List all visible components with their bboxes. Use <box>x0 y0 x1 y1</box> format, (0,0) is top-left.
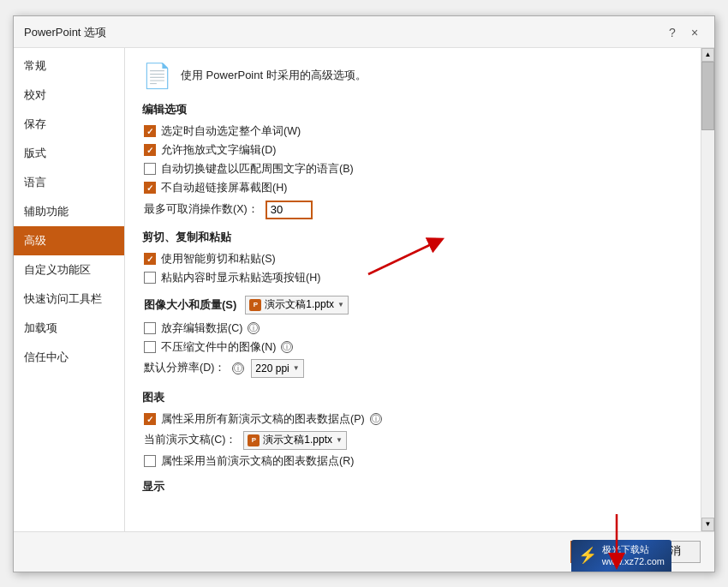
dialog-body: 常规 校对 保存 版式 语言 辅助功能 高级 自定义功能区 快速访问工具栏 加载… <box>14 48 714 531</box>
sidebar: 常规 校对 保存 版式 语言 辅助功能 高级 自定义功能区 快速访问工具栏 加载… <box>14 48 125 531</box>
scrollbar[interactable]: ▲ ▼ <box>701 48 714 531</box>
label-autoselect: 选定时自动选定整个单词(W) <box>161 124 301 139</box>
dialog-window: PowerPoint 选项 ? × 常规 校对 保存 版式 语言 辅助功能 高级… <box>13 15 715 572</box>
watermark-badge: ⚡ 极光下载站 www.xz72.com <box>571 540 671 572</box>
checkbox-allchartdata[interactable] <box>144 413 156 425</box>
help-button[interactable]: ? <box>663 23 682 42</box>
resolution-dropdown-arrow-icon: ▼ <box>293 364 300 372</box>
title-buttons: ? × <box>663 23 704 42</box>
option-smartpaste: 使用智能剪切和粘贴(S) <box>142 252 683 267</box>
image-size-row: 图像大小和质量(S) P 演示文稿1.pptx ▼ <box>142 296 683 314</box>
sidebar-item-proofing[interactable]: 校对 <box>14 81 124 110</box>
image-file-label: 演示文稿1.pptx <box>265 297 334 312</box>
label-currentchartdata: 属性采用当前演示文稿的图表数据点(R) <box>161 454 354 469</box>
resolution-dropdown[interactable]: 220 ppi ▼ <box>251 359 303 378</box>
checkbox-discard[interactable] <box>144 322 156 334</box>
label-compress: 不压缩文件中的图像(N) <box>161 340 276 355</box>
document-icon: 📄 <box>142 62 172 90</box>
undo-row: 最多可取消操作数(X)： <box>142 201 683 219</box>
option-autolang: 自动切换键盘以匹配周围文字的语言(B) <box>142 162 683 177</box>
option-allchartdata: 属性采用所有新演示文稿的图表数据点(P) ⓘ <box>142 412 683 427</box>
sidebar-item-style[interactable]: 版式 <box>14 139 124 168</box>
sidebar-item-save[interactable]: 保存 <box>14 110 124 139</box>
label-showbtn: 粘贴内容时显示粘贴选项按钮(H) <box>161 271 320 285</box>
label-dragdrop: 允许拖放式文字编辑(D) <box>161 143 276 158</box>
resolution-value: 220 ppi <box>255 362 289 374</box>
checkbox-autoselect[interactable] <box>144 125 156 137</box>
dialog-title: PowerPoint 选项 <box>24 25 106 40</box>
display-section-title: 显示 <box>142 479 683 494</box>
option-compress: 不压缩文件中的图像(N) ⓘ <box>142 340 683 355</box>
image-size-title: 图像大小和质量(S) <box>144 297 236 313</box>
chart-file-label: 演示文稿1.pptx <box>263 433 332 447</box>
label-smartpaste: 使用智能剪切和粘贴(S) <box>161 252 276 267</box>
watermark-text: 极光下载站 www.xz72.com <box>602 543 665 568</box>
option-currentchartdata: 属性采用当前演示文稿的图表数据点(R) <box>142 454 683 469</box>
sidebar-item-addins[interactable]: 加载项 <box>14 314 124 343</box>
resolution-label: 默认分辨率(D)： <box>144 361 225 375</box>
info-icon-resolution[interactable]: ⓘ <box>232 362 244 374</box>
checkbox-dragdrop[interactable] <box>144 144 156 156</box>
watermark-line1: 极光下载站 <box>602 543 665 555</box>
undo-label: 最多可取消操作数(X)： <box>144 202 259 217</box>
header-row: 📄 使用 PowerPoint 时采用的高级选项。 <box>142 62 683 90</box>
checkbox-nohyper[interactable] <box>144 182 156 194</box>
resolution-row: 默认分辨率(D)： ⓘ 220 ppi ▼ <box>142 359 683 378</box>
sidebar-item-trustcenter[interactable]: 信任中心 <box>14 343 124 372</box>
chart-section-title: 图表 <box>142 390 683 405</box>
checkbox-compress[interactable] <box>144 341 156 353</box>
label-discard: 放弃编辑数据(C) <box>161 321 242 336</box>
header-description: 使用 PowerPoint 时采用的高级选项。 <box>181 68 367 83</box>
sidebar-item-advanced[interactable]: 高级 <box>14 226 124 255</box>
scroll-down-button[interactable]: ▼ <box>701 518 714 531</box>
image-file-dropdown[interactable]: P 演示文稿1.pptx ▼ <box>245 296 349 314</box>
option-discard: 放弃编辑数据(C) ⓘ <box>142 321 683 336</box>
title-bar: PowerPoint 选项 ? × <box>14 16 714 48</box>
scroll-thumb[interactable] <box>701 62 714 130</box>
label-autolang: 自动切换键盘以匹配周围文字的语言(B) <box>161 162 354 177</box>
info-icon-discard[interactable]: ⓘ <box>248 322 260 334</box>
watermark-line2: www.xz72.com <box>602 555 665 567</box>
option-autoselect: 选定时自动选定整个单词(W) <box>142 124 683 139</box>
chart-file-dropdown[interactable]: P 演示文稿1.pptx ▼ <box>243 431 347 450</box>
checkbox-autolang[interactable] <box>144 163 156 175</box>
label-nohyper: 不自动超链接屏幕截图(H) <box>161 181 287 195</box>
chart-current-label: 当前演示文稿(C)： <box>144 433 236 447</box>
label-allchartdata: 属性采用所有新演示文稿的图表数据点(P) <box>161 412 365 427</box>
clipboard-section-title: 剪切、复制和粘贴 <box>142 230 683 245</box>
dialog-footer: ⚡ 极光下载站 www.xz72.com 确定 取消 <box>14 531 714 572</box>
sidebar-item-quickaccess[interactable]: 快速访问工具栏 <box>14 285 124 314</box>
scroll-track[interactable] <box>701 62 714 518</box>
sidebar-item-language[interactable]: 语言 <box>14 168 124 197</box>
chart-current-row: 当前演示文稿(C)： P 演示文稿1.pptx ▼ <box>142 431 683 450</box>
editing-section-title: 编辑选项 <box>142 102 683 117</box>
option-nohyper: 不自动超链接屏幕截图(H) <box>142 181 683 195</box>
ppt-icon: P <box>249 299 261 311</box>
watermark-icon: ⚡ <box>578 546 597 565</box>
info-icon-chart[interactable]: ⓘ <box>370 413 382 425</box>
scroll-up-button[interactable]: ▲ <box>701 48 714 62</box>
checkbox-showbtn[interactable] <box>144 272 156 284</box>
option-showbtn: 粘贴内容时显示粘贴选项按钮(H) <box>142 271 683 285</box>
chart-ppt-icon: P <box>248 434 260 446</box>
dropdown-arrow-icon: ▼ <box>337 301 344 308</box>
main-content: 📄 使用 PowerPoint 时采用的高级选项。 编辑选项 选定时自动选定整个… <box>125 48 701 531</box>
option-dragdrop: 允许拖放式文字编辑(D) <box>142 143 683 158</box>
checkbox-currentchartdata[interactable] <box>144 455 156 467</box>
close-button[interactable]: × <box>685 23 704 42</box>
undo-input[interactable] <box>266 201 313 219</box>
sidebar-item-general[interactable]: 常规 <box>14 51 124 81</box>
chart-dropdown-arrow-icon: ▼ <box>336 436 343 444</box>
sidebar-item-accessibility[interactable]: 辅助功能 <box>14 197 124 226</box>
sidebar-item-customize[interactable]: 自定义功能区 <box>14 255 124 285</box>
info-icon-compress[interactable]: ⓘ <box>281 341 293 353</box>
checkbox-smartpaste[interactable] <box>144 253 156 265</box>
